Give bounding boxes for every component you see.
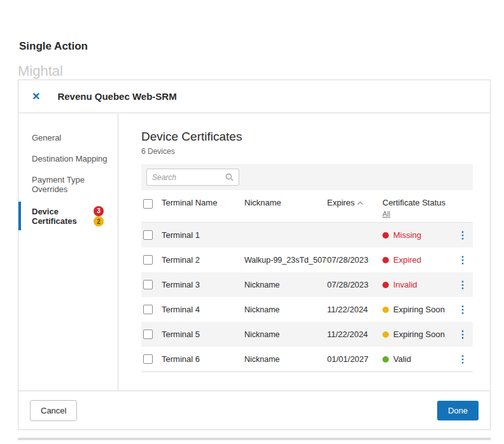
status-cell: Expiring Soon [382, 330, 458, 339]
modal-header: ✕ Revenu Quebec Web-SRM [18, 80, 490, 113]
row-checkbox[interactable] [143, 280, 153, 289]
terminal-name: Terminal 2 [162, 255, 244, 265]
header-checkbox-cell [141, 198, 162, 211]
row-checkbox[interactable] [143, 230, 153, 240]
col-status-label: Certificate Status [382, 198, 445, 207]
col-expires-sort[interactable]: Expires [327, 198, 382, 207]
next-section-divider [18, 438, 491, 440]
sidebar-item[interactable]: Device Certificates 32 [18, 200, 118, 232]
status-label: Invalid [393, 280, 417, 289]
sidebar-item-label: Device Certificates [32, 207, 91, 226]
device-certificates-modal: ✕ Revenu Quebec Web-SRM General Destinat… [18, 80, 491, 430]
col-expires-label: Expires [327, 198, 354, 207]
terminal-name: Terminal 6 [162, 354, 244, 364]
search-box[interactable] [146, 169, 239, 186]
row-checkbox-cell [141, 354, 162, 364]
main-content: Device Certificates 6 Devices Terminal N… [118, 113, 490, 391]
kebab-menu-icon[interactable]: ⋮ [458, 303, 473, 316]
status-cell: Invalid [382, 280, 458, 289]
done-button[interactable]: Done [437, 401, 479, 420]
sidebar: General Destination Mapping Payment Type… [18, 113, 118, 391]
modal-title: Revenu Quebec Web-SRM [57, 91, 176, 102]
row-checkbox[interactable] [143, 305, 153, 314]
row-checkbox-cell [141, 330, 162, 339]
kebab-menu-icon[interactable]: ⋮ [458, 229, 473, 241]
col-nickname: Nickname [244, 198, 327, 207]
nickname: Nickname [244, 305, 327, 314]
sidebar-badge: 3 [94, 206, 104, 216]
sidebar-item-badges: 32 [91, 205, 111, 226]
terminal-name: Terminal 4 [162, 305, 244, 314]
status-dot [382, 282, 389, 288]
status-label: Valid [393, 354, 411, 364]
status-cell: Missing [382, 230, 458, 240]
expires-date: 01/01/2027 [327, 354, 382, 364]
expires-date: 11/22/2024 [327, 330, 382, 339]
kebab-menu-icon[interactable]: ⋮ [458, 353, 473, 365]
sidebar-item-label: Destination Mapping [32, 154, 108, 163]
expires-date: 07/28/2023 [327, 255, 382, 265]
search-strip [141, 164, 473, 190]
expires-date: 11/22/2024 [327, 305, 382, 314]
row-checkbox[interactable] [143, 354, 153, 364]
status-label: Missing [393, 230, 421, 240]
content-heading: Device Certificates [141, 130, 473, 144]
nickname: Nickname [244, 281, 327, 289]
search-icon [225, 173, 234, 181]
device-count: 6 Devices [141, 147, 473, 156]
nickname: Nickname [244, 355, 327, 364]
modal-footer: Cancel Done [18, 391, 490, 429]
page-title: Single Action [19, 40, 88, 53]
status-label: Expired [393, 255, 421, 265]
sidebar-item[interactable]: Payment Type Overrides [18, 169, 118, 200]
table-row: Terminal 4 Nickname 11/22/2024 Expiring … [141, 297, 473, 322]
status-cell: Valid [382, 354, 458, 364]
nickname: Walkup-99_23sTd_507f1 [244, 256, 327, 265]
table-row: Terminal 1 Missing ⋮ [141, 223, 473, 247]
status-filter-all-link[interactable]: All [382, 210, 390, 218]
section-label: Mightal [18, 63, 63, 80]
table-row: Terminal 2 Walkup-99_23sTd_507f1 07/28/2… [141, 247, 473, 272]
sidebar-item[interactable]: General [18, 127, 118, 148]
sidebar-item[interactable]: Destination Mapping [18, 148, 118, 169]
row-checkbox[interactable] [143, 330, 153, 339]
search-input[interactable] [152, 173, 225, 182]
row-checkbox-cell [141, 305, 162, 314]
table-row: Terminal 5 Nickname 11/22/2024 Expiring … [141, 322, 473, 347]
modal-body: General Destination Mapping Payment Type… [18, 113, 490, 391]
status-dot [382, 356, 389, 363]
status-dot [382, 307, 389, 313]
row-checkbox-cell [141, 230, 162, 240]
select-all-checkbox[interactable] [143, 199, 153, 209]
kebab-menu-icon[interactable]: ⋮ [458, 254, 473, 266]
status-label: Expiring Soon [393, 330, 445, 339]
sort-asc-icon [358, 202, 363, 207]
close-icon[interactable]: ✕ [32, 92, 40, 102]
row-checkbox-cell [141, 280, 162, 289]
expires-date: 07/28/2023 [327, 280, 382, 289]
status-dot [382, 257, 389, 263]
sidebar-item-label: General [32, 133, 61, 142]
status-dot [382, 232, 389, 239]
status-dot [382, 331, 389, 338]
col-certificate-status: Certificate Status All [382, 198, 458, 218]
col-terminal-name: Terminal Name [162, 198, 244, 207]
table-row: Terminal 6 Nickname 01/01/2027 Valid ⋮ [141, 347, 473, 371]
terminal-name: Terminal 1 [162, 230, 244, 240]
table-row: Terminal 3 Nickname 07/28/2023 Invalid ⋮ [141, 272, 473, 297]
kebab-menu-icon[interactable]: ⋮ [458, 279, 473, 291]
table-rows: Terminal 1 Missing ⋮ Terminal 2 Walkup-9… [141, 223, 473, 372]
table-header: Terminal Name Nickname Expires Certifica… [141, 190, 473, 223]
sidebar-item-label: Payment Type Overrides [32, 175, 111, 194]
status-cell: Expired [382, 255, 458, 265]
terminal-name: Terminal 3 [162, 280, 244, 289]
terminal-name: Terminal 5 [162, 330, 244, 339]
row-checkbox[interactable] [143, 255, 153, 265]
cancel-button[interactable]: Cancel [30, 400, 77, 421]
kebab-menu-icon[interactable]: ⋮ [458, 328, 473, 340]
status-cell: Expiring Soon [382, 305, 458, 314]
nickname: Nickname [244, 330, 327, 339]
row-checkbox-cell [141, 255, 162, 265]
status-label: Expiring Soon [393, 305, 445, 314]
sidebar-badge: 2 [94, 216, 104, 226]
